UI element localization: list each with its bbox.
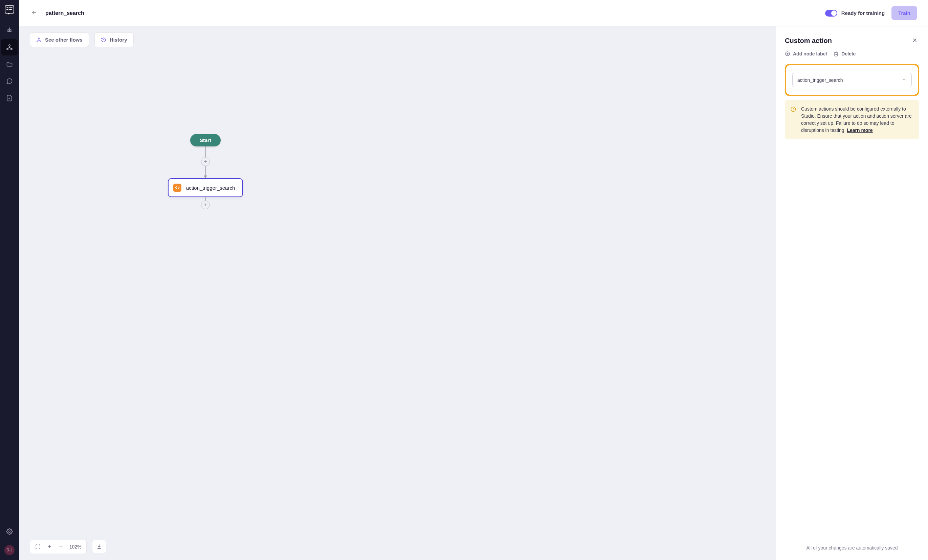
page-title: pattern_search bbox=[45, 10, 84, 16]
warning-text: Custom actions should be configured exte… bbox=[801, 105, 914, 134]
dropdown-value: action_trigger_search bbox=[797, 78, 843, 83]
zoom-out-button[interactable]: − bbox=[55, 540, 67, 554]
svg-point-7 bbox=[7, 48, 8, 50]
ready-toggle[interactable] bbox=[825, 10, 837, 17]
fit-screen-button[interactable] bbox=[32, 540, 44, 554]
panel-title: Custom action bbox=[785, 37, 832, 45]
svg-rect-1 bbox=[8, 29, 12, 32]
user-avatar[interactable]: RH bbox=[5, 545, 15, 555]
topbar: pattern_search Ready for training Train bbox=[19, 0, 928, 26]
arrow-icon bbox=[204, 175, 207, 178]
svg-point-9 bbox=[9, 531, 11, 533]
history-button[interactable]: History bbox=[95, 32, 134, 47]
delete-button[interactable]: Delete bbox=[833, 51, 856, 56]
svg-point-8 bbox=[11, 48, 12, 50]
svg-point-3 bbox=[10, 30, 11, 32]
code-icon bbox=[173, 184, 182, 192]
back-button[interactable] bbox=[30, 8, 38, 18]
start-node[interactable]: Start bbox=[190, 134, 221, 146]
add-node-label-button[interactable]: Add node label bbox=[785, 51, 827, 56]
sidebar: RH bbox=[0, 0, 19, 560]
warning-banner: Custom actions should be configured exte… bbox=[785, 100, 919, 139]
warning-icon bbox=[790, 106, 796, 134]
svg-point-11 bbox=[37, 41, 38, 42]
edge bbox=[205, 166, 206, 175]
sidebar-bot-icon[interactable] bbox=[2, 22, 18, 38]
zoom-in-button[interactable]: + bbox=[44, 540, 55, 554]
zoom-value: 102% bbox=[67, 544, 84, 549]
add-node-button[interactable]: + bbox=[201, 201, 210, 209]
close-panel-button[interactable] bbox=[910, 36, 919, 46]
svg-point-6 bbox=[9, 45, 10, 46]
action-dropdown[interactable]: action_trigger_search bbox=[792, 73, 912, 87]
delete-text: Delete bbox=[841, 51, 856, 56]
download-button[interactable] bbox=[92, 540, 106, 553]
see-other-flows-button[interactable]: See other flows bbox=[30, 32, 89, 47]
inspector-panel: Custom action Add node label Delete bbox=[776, 26, 928, 560]
sidebar-flows-icon[interactable] bbox=[2, 39, 18, 55]
sidebar-folder-icon[interactable] bbox=[2, 56, 18, 72]
action-node[interactable]: action_trigger_search bbox=[168, 178, 243, 197]
edge bbox=[205, 197, 206, 201]
highlighted-dropdown-area: action_trigger_search bbox=[785, 64, 919, 96]
flow-diagram: Start + action_trigger_search + bbox=[168, 134, 243, 209]
svg-point-2 bbox=[8, 30, 9, 32]
flow-canvas[interactable]: See other flows History + − 102% bbox=[19, 26, 776, 560]
svg-rect-4 bbox=[9, 28, 10, 29]
ready-label: Ready for training bbox=[841, 10, 885, 16]
action-node-label: action_trigger_search bbox=[186, 185, 235, 191]
learn-more-link[interactable]: Learn more bbox=[847, 128, 873, 133]
sidebar-document-icon[interactable] bbox=[2, 90, 18, 106]
sidebar-chat-icon[interactable] bbox=[2, 73, 18, 89]
sidebar-settings-icon[interactable] bbox=[2, 523, 18, 540]
edge bbox=[205, 146, 206, 157]
add-node-label-text: Add node label bbox=[793, 51, 827, 56]
train-button[interactable]: Train bbox=[891, 6, 917, 20]
autosave-message: All of your changes are automatically sa… bbox=[785, 540, 919, 551]
add-node-button[interactable]: + bbox=[201, 157, 210, 166]
chevron-down-icon bbox=[902, 77, 907, 83]
svg-point-10 bbox=[38, 38, 40, 39]
history-label: History bbox=[110, 37, 127, 43]
svg-point-12 bbox=[40, 41, 41, 42]
zoom-controls: + − 102% bbox=[30, 540, 87, 554]
rasa-logo[interactable] bbox=[4, 5, 15, 15]
see-flows-label: See other flows bbox=[45, 37, 82, 43]
svg-point-5 bbox=[9, 27, 10, 28]
